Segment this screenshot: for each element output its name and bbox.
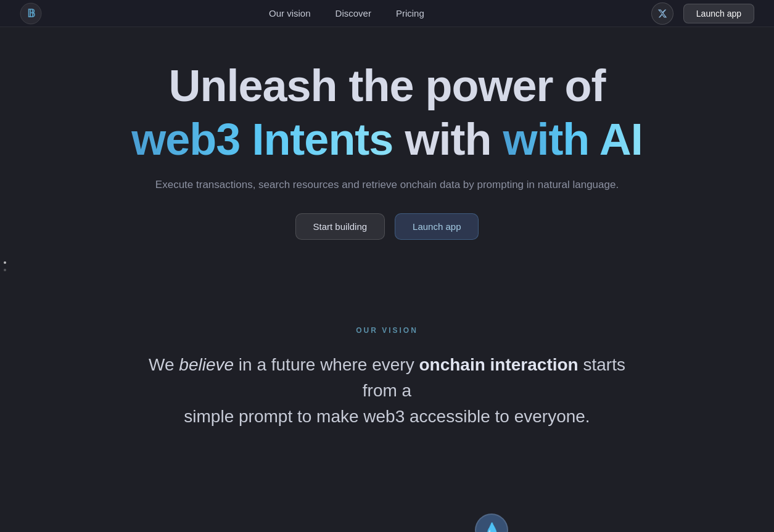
- vision-paragraph: We believe in a future where every oncha…: [141, 352, 634, 430]
- hero-title-with: with: [405, 115, 503, 164]
- vision-section-label: OUR VISION: [0, 326, 774, 335]
- nav-right-actions: Launch app: [651, 2, 754, 25]
- nav-pricing[interactable]: Pricing: [396, 8, 424, 18]
- nav-discover[interactable]: Discover: [336, 8, 371, 18]
- hero-title-line2: web3 Intents with with AI: [0, 115, 774, 164]
- nav-links: Our vision Discover Pricing: [269, 8, 424, 19]
- vision-text-prefix: We: [149, 355, 175, 374]
- hero-gradient-web3intents: web3 Intents: [131, 115, 393, 164]
- hero-cta-buttons: Start building Launch app: [0, 213, 774, 240]
- twitter-button[interactable]: [651, 2, 673, 25]
- logo-icon: 𝔹: [20, 2, 42, 25]
- vision-text-middle: in a future where every: [239, 355, 419, 374]
- hero-subtitle: Execute transactions, search resources a…: [0, 179, 774, 191]
- eth-icon: 💧: [484, 522, 500, 532]
- diagram-svg: [0, 467, 774, 532]
- svg-text:𝔹: 𝔹: [27, 7, 35, 20]
- launch-app-button-nav[interactable]: Launch app: [683, 4, 754, 23]
- twitter-icon: [657, 9, 667, 18]
- vision-section: OUR VISION We believe in a future where …: [0, 277, 774, 454]
- hero-section: Unleash the power of web3 Intents with w…: [0, 0, 774, 277]
- hero-title-line1: Unleash the power of: [0, 62, 774, 110]
- hero-gradient-ai: with AI: [503, 115, 642, 164]
- start-building-button[interactable]: Start building: [295, 213, 385, 240]
- diagram-section: 🧠 💧 👻: [0, 467, 774, 532]
- vision-text-italic: believe: [179, 355, 234, 374]
- launch-app-button-hero[interactable]: Launch app: [395, 213, 479, 240]
- vision-text-bold: onchain interaction: [419, 355, 578, 374]
- nav-our-vision[interactable]: Our vision: [269, 8, 311, 18]
- navbar: 𝔹 Our vision Discover Pricing Launch app: [0, 0, 774, 27]
- nav-logo-area: 𝔹: [20, 2, 42, 25]
